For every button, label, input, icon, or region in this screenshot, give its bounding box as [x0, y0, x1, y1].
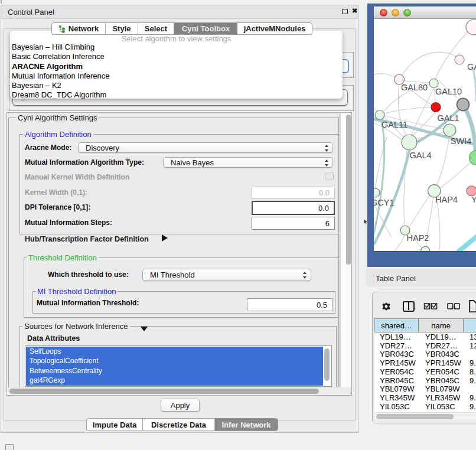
svg-text:HAP4: HAP4	[435, 195, 458, 204]
svg-text:GAL11: GAL11	[382, 120, 407, 129]
svg-text:GAL80: GAL80	[401, 83, 428, 92]
svg-text:YE: YE	[471, 195, 476, 204]
svg-text:GAL4: GAL4	[410, 151, 432, 160]
svg-text:GAL10: GAL10	[435, 87, 462, 96]
svg-text:HAP2: HAP2	[407, 233, 429, 243]
svg-text:GAL1: GAL1	[438, 113, 459, 123]
svg-text:GCY1: GCY1	[374, 198, 395, 207]
svg-text:GAL7: GAL7	[467, 62, 476, 71]
svg-text:SWI4: SWI4	[451, 136, 471, 146]
